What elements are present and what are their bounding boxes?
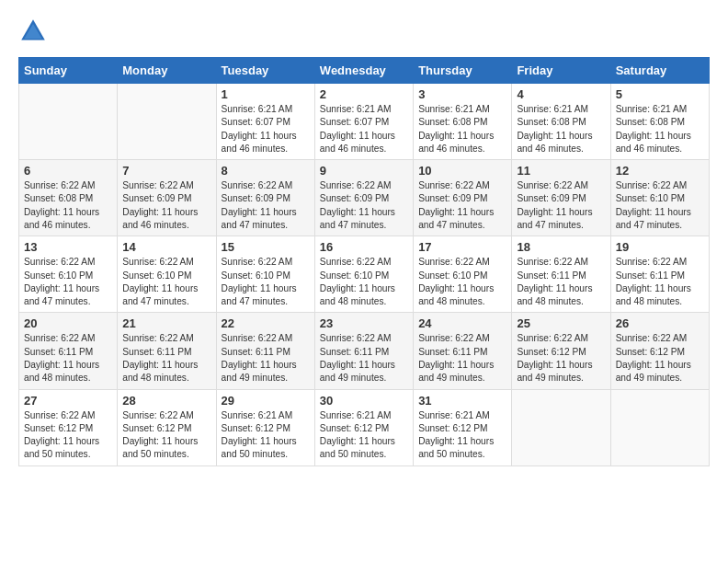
col-header-monday: Monday (118, 58, 216, 84)
day-number: 11 (517, 164, 605, 178)
day-number: 30 (320, 394, 408, 408)
calendar-cell: 4Sunrise: 6:21 AM Sunset: 6:08 PM Daylig… (512, 84, 610, 160)
day-info: Sunrise: 6:22 AM Sunset: 6:11 PM Dayligh… (517, 256, 605, 308)
calendar-cell: 6Sunrise: 6:22 AM Sunset: 6:08 PM Daylig… (19, 160, 118, 236)
week-row-3: 13Sunrise: 6:22 AM Sunset: 6:10 PM Dayli… (19, 236, 710, 313)
col-header-tuesday: Tuesday (216, 58, 314, 84)
day-info: Sunrise: 6:21 AM Sunset: 6:12 PM Dayligh… (418, 409, 506, 462)
day-number: 19 (616, 240, 704, 254)
day-info: Sunrise: 6:22 AM Sunset: 6:12 PM Dayligh… (24, 409, 112, 462)
day-info: Sunrise: 6:22 AM Sunset: 6:10 PM Dayligh… (122, 256, 210, 308)
day-info: Sunrise: 6:22 AM Sunset: 6:10 PM Dayligh… (222, 256, 310, 308)
calendar-cell: 24Sunrise: 6:22 AM Sunset: 6:11 PM Dayli… (414, 313, 512, 389)
week-row-4: 20Sunrise: 6:22 AM Sunset: 6:11 PM Dayli… (19, 313, 710, 389)
day-number: 13 (24, 240, 112, 254)
day-info: Sunrise: 6:22 AM Sunset: 6:10 PM Dayligh… (24, 256, 112, 308)
day-info: Sunrise: 6:22 AM Sunset: 6:12 PM Dayligh… (616, 332, 704, 385)
day-info: Sunrise: 6:22 AM Sunset: 6:12 PM Dayligh… (122, 409, 210, 462)
day-number: 28 (122, 394, 210, 408)
day-info: Sunrise: 6:22 AM Sunset: 6:10 PM Dayligh… (616, 179, 704, 232)
calendar-cell (118, 84, 216, 160)
day-number: 31 (418, 394, 506, 408)
calendar-cell: 5Sunrise: 6:21 AM Sunset: 6:08 PM Daylig… (610, 84, 709, 160)
calendar-cell: 3Sunrise: 6:21 AM Sunset: 6:08 PM Daylig… (414, 84, 512, 160)
calendar-cell: 12Sunrise: 6:22 AM Sunset: 6:10 PM Dayli… (610, 160, 709, 236)
calendar-cell: 30Sunrise: 6:21 AM Sunset: 6:12 PM Dayli… (314, 389, 413, 465)
day-number: 21 (122, 316, 210, 330)
col-header-thursday: Thursday (414, 58, 512, 84)
calendar-cell: 14Sunrise: 6:22 AM Sunset: 6:10 PM Dayli… (118, 236, 216, 313)
calendar-cell: 19Sunrise: 6:22 AM Sunset: 6:11 PM Dayli… (610, 236, 709, 313)
calendar-cell: 16Sunrise: 6:22 AM Sunset: 6:10 PM Dayli… (314, 236, 413, 313)
calendar-cell: 9Sunrise: 6:22 AM Sunset: 6:09 PM Daylig… (314, 160, 413, 236)
calendar-cell: 13Sunrise: 6:22 AM Sunset: 6:10 PM Dayli… (19, 236, 118, 313)
page: SundayMondayTuesdayWednesdayThursdayFrid… (0, 0, 728, 563)
calendar-cell: 25Sunrise: 6:22 AM Sunset: 6:12 PM Dayli… (512, 313, 610, 389)
calendar-cell: 28Sunrise: 6:22 AM Sunset: 6:12 PM Dayli… (118, 389, 216, 465)
calendar-cell: 29Sunrise: 6:21 AM Sunset: 6:12 PM Dayli… (216, 389, 314, 465)
day-info: Sunrise: 6:21 AM Sunset: 6:07 PM Dayligh… (320, 103, 408, 155)
day-info: Sunrise: 6:22 AM Sunset: 6:10 PM Dayligh… (320, 256, 408, 308)
day-number: 17 (418, 240, 506, 254)
day-info: Sunrise: 6:21 AM Sunset: 6:07 PM Dayligh… (222, 103, 310, 155)
calendar-cell: 15Sunrise: 6:22 AM Sunset: 6:10 PM Dayli… (216, 236, 314, 313)
calendar-table: SundayMondayTuesdayWednesdayThursdayFrid… (18, 57, 710, 466)
day-number: 22 (222, 316, 310, 330)
day-info: Sunrise: 6:21 AM Sunset: 6:08 PM Dayligh… (517, 103, 605, 155)
header (18, 17, 710, 46)
calendar-cell: 17Sunrise: 6:22 AM Sunset: 6:10 PM Dayli… (414, 236, 512, 313)
calendar-cell: 1Sunrise: 6:21 AM Sunset: 6:07 PM Daylig… (216, 84, 314, 160)
calendar-cell: 20Sunrise: 6:22 AM Sunset: 6:11 PM Dayli… (19, 313, 118, 389)
calendar-cell (610, 389, 709, 465)
day-info: Sunrise: 6:21 AM Sunset: 6:08 PM Dayligh… (616, 103, 704, 155)
day-info: Sunrise: 6:21 AM Sunset: 6:12 PM Dayligh… (320, 409, 408, 462)
header-row: SundayMondayTuesdayWednesdayThursdayFrid… (19, 58, 710, 84)
logo (18, 17, 51, 46)
calendar-cell: 18Sunrise: 6:22 AM Sunset: 6:11 PM Dayli… (512, 236, 610, 313)
col-header-saturday: Saturday (610, 58, 709, 84)
col-header-sunday: Sunday (19, 58, 118, 84)
day-number: 27 (24, 394, 112, 408)
day-number: 9 (320, 164, 408, 178)
day-info: Sunrise: 6:22 AM Sunset: 6:11 PM Dayligh… (222, 332, 310, 385)
calendar-cell: 8Sunrise: 6:22 AM Sunset: 6:09 PM Daylig… (216, 160, 314, 236)
day-info: Sunrise: 6:22 AM Sunset: 6:09 PM Dayligh… (122, 179, 210, 232)
day-number: 18 (517, 240, 605, 254)
day-number: 25 (517, 316, 605, 330)
day-info: Sunrise: 6:22 AM Sunset: 6:08 PM Dayligh… (24, 179, 112, 232)
day-number: 1 (222, 87, 310, 101)
week-row-2: 6Sunrise: 6:22 AM Sunset: 6:08 PM Daylig… (19, 160, 710, 236)
day-number: 29 (222, 394, 310, 408)
day-number: 7 (122, 164, 210, 178)
calendar-cell: 22Sunrise: 6:22 AM Sunset: 6:11 PM Dayli… (216, 313, 314, 389)
day-number: 8 (222, 164, 310, 178)
day-info: Sunrise: 6:22 AM Sunset: 6:11 PM Dayligh… (616, 256, 704, 308)
day-number: 5 (616, 87, 704, 101)
day-number: 4 (517, 87, 605, 101)
day-number: 16 (320, 240, 408, 254)
day-number: 24 (418, 316, 506, 330)
day-info: Sunrise: 6:22 AM Sunset: 6:11 PM Dayligh… (122, 332, 210, 385)
day-number: 26 (616, 316, 704, 330)
day-number: 20 (24, 316, 112, 330)
calendar-cell: 11Sunrise: 6:22 AM Sunset: 6:09 PM Dayli… (512, 160, 610, 236)
day-info: Sunrise: 6:22 AM Sunset: 6:11 PM Dayligh… (320, 332, 408, 385)
day-info: Sunrise: 6:22 AM Sunset: 6:11 PM Dayligh… (418, 332, 506, 385)
col-header-friday: Friday (512, 58, 610, 84)
day-number: 2 (320, 87, 408, 101)
day-info: Sunrise: 6:22 AM Sunset: 6:11 PM Dayligh… (24, 332, 112, 385)
day-info: Sunrise: 6:22 AM Sunset: 6:09 PM Dayligh… (320, 179, 408, 232)
calendar-cell: 10Sunrise: 6:22 AM Sunset: 6:09 PM Dayli… (414, 160, 512, 236)
calendar-cell: 23Sunrise: 6:22 AM Sunset: 6:11 PM Dayli… (314, 313, 413, 389)
day-info: Sunrise: 6:21 AM Sunset: 6:12 PM Dayligh… (222, 409, 310, 462)
day-number: 10 (418, 164, 506, 178)
day-info: Sunrise: 6:22 AM Sunset: 6:09 PM Dayligh… (517, 179, 605, 232)
calendar-cell: 2Sunrise: 6:21 AM Sunset: 6:07 PM Daylig… (314, 84, 413, 160)
day-number: 12 (616, 164, 704, 178)
day-number: 14 (122, 240, 210, 254)
col-header-wednesday: Wednesday (314, 58, 413, 84)
calendar-cell: 26Sunrise: 6:22 AM Sunset: 6:12 PM Dayli… (610, 313, 709, 389)
calendar-cell: 7Sunrise: 6:22 AM Sunset: 6:09 PM Daylig… (118, 160, 216, 236)
calendar-cell: 27Sunrise: 6:22 AM Sunset: 6:12 PM Dayli… (19, 389, 118, 465)
calendar-cell: 21Sunrise: 6:22 AM Sunset: 6:11 PM Dayli… (118, 313, 216, 389)
